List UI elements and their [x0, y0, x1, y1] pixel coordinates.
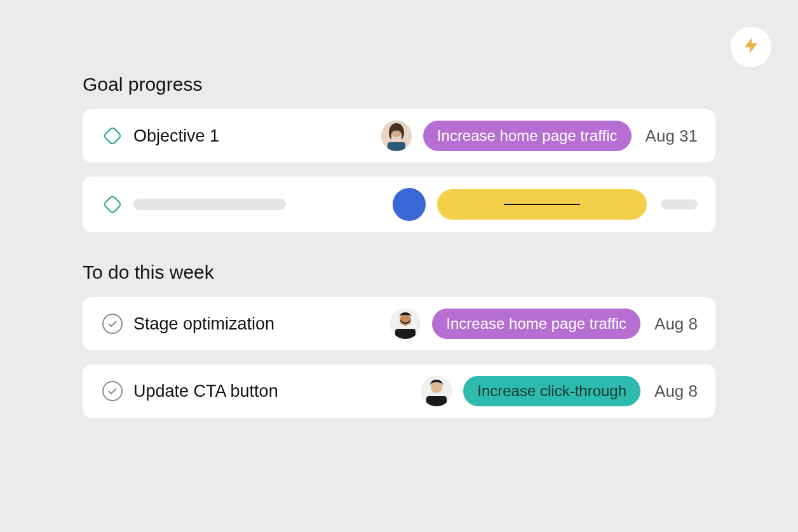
svg-rect-0 — [104, 127, 121, 145]
diamond-icon — [100, 192, 125, 216]
automation-badge[interactable] — [731, 27, 771, 67]
due-date: Aug 8 — [654, 382, 698, 401]
section-goal-progress: Goal progress Objective 1 Increase home … — [83, 74, 715, 232]
dashboard: Goal progress Objective 1 Increase home … — [0, 0, 798, 418]
check-circle-icon[interactable] — [100, 379, 125, 403]
svg-rect-12 — [426, 396, 447, 406]
project-tag[interactable]: Increase home page traffic — [423, 121, 632, 151]
check-circle-icon[interactable] — [100, 312, 125, 336]
goal-row[interactable]: Objective 1 Increase home page traffic A… — [83, 109, 715, 163]
task-title: Stage optimization — [133, 314, 390, 334]
avatar[interactable] — [421, 376, 452, 406]
task-row[interactable]: Stage optimization Increase home page tr… — [83, 297, 715, 350]
diamond-icon — [100, 124, 125, 148]
svg-point-9 — [103, 382, 122, 401]
due-date: Aug 31 — [646, 126, 698, 146]
section-title: Goal progress — [83, 74, 715, 95]
lightning-icon — [741, 36, 761, 58]
svg-rect-8 — [395, 329, 416, 339]
section-todo: To do this week Stage optimization Incre… — [83, 262, 715, 418]
placeholder-avatar — [393, 188, 426, 221]
goal-title: Objective 1 — [133, 126, 381, 146]
due-date: Aug 8 — [654, 314, 698, 334]
project-tag[interactable]: Increase click-through — [463, 376, 640, 406]
goal-row-placeholder[interactable] — [83, 176, 715, 232]
avatar[interactable] — [381, 121, 412, 151]
avatar[interactable] — [390, 309, 421, 339]
svg-point-11 — [431, 382, 442, 393]
task-row[interactable]: Update CTA button Increase click-through… — [83, 364, 715, 418]
svg-rect-4 — [104, 196, 121, 213]
svg-rect-3 — [388, 142, 405, 151]
section-title: To do this week — [83, 262, 715, 283]
svg-point-5 — [103, 314, 122, 333]
svg-point-7 — [400, 314, 411, 326]
task-title: Update CTA button — [133, 382, 421, 401]
placeholder-tag — [437, 189, 647, 220]
placeholder-date — [661, 199, 698, 209]
placeholder-title — [133, 199, 286, 210]
project-tag[interactable]: Increase home page traffic — [432, 309, 640, 339]
